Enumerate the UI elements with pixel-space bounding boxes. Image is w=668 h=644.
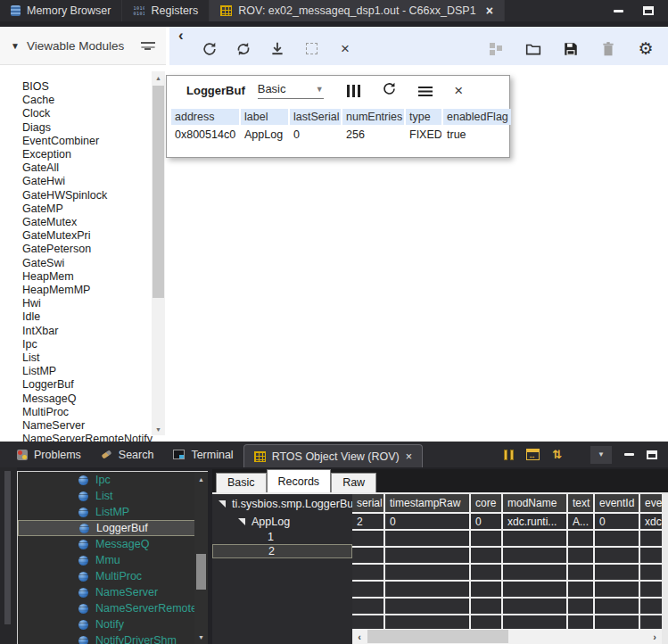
save-icon[interactable] <box>563 41 579 57</box>
module-list-item[interactable]: Cache <box>22 94 166 107</box>
module-list-item[interactable]: HeapMemMP <box>22 284 166 297</box>
expanded-arrow-icon[interactable] <box>219 500 226 508</box>
scrollbar-thumb[interactable] <box>153 86 164 298</box>
module-list-item[interactable]: ListMP <box>22 365 166 378</box>
record-column-header[interactable]: timestampRaw <box>385 494 469 512</box>
record-column-header[interactable]: serial <box>352 494 383 512</box>
chevron-down-icon[interactable]: ▼ <box>11 41 20 51</box>
module-list-item[interactable]: EventCombiner <box>22 135 166 148</box>
tab-raw[interactable]: Raw <box>331 473 376 492</box>
module-list-item[interactable]: GateHWSpinlock <box>22 189 166 202</box>
minimize-view-icon[interactable] <box>624 453 634 456</box>
module-list-item[interactable]: NameServer <box>22 419 166 433</box>
scroll-down-icon[interactable]: ▼ <box>152 423 165 435</box>
module-tree-item[interactable]: NameServerRemoteNotify <box>18 600 208 616</box>
view-selector-dropdown[interactable]: Basic ▼ <box>258 82 324 99</box>
module-list-item[interactable]: GateMP <box>22 202 166 216</box>
tab-basic[interactable]: Basic <box>216 473 267 492</box>
collapse-left-icon[interactable]: ‹ <box>178 27 184 45</box>
scrollbar-thumb[interactable] <box>196 554 206 590</box>
popup-column-header[interactable]: numEntries <box>342 109 404 125</box>
record-column-header[interactable]: text <box>568 494 593 512</box>
module-tree-item[interactable]: List <box>18 488 208 504</box>
record-tree-item[interactable]: 2 <box>212 544 352 558</box>
module-list-item[interactable]: GatePeterson <box>22 243 166 256</box>
module-tree-item[interactable]: LoggerBuf <box>18 520 208 536</box>
close-icon[interactable]: × <box>486 4 493 18</box>
columns-icon[interactable] <box>347 85 361 97</box>
popup-column-header[interactable]: type <box>406 109 441 125</box>
records-vscrollbar[interactable] <box>662 494 668 644</box>
refresh-icon[interactable] <box>202 41 218 57</box>
module-tree-item[interactable]: NameServer <box>18 584 208 600</box>
module-list-item[interactable]: IntXbar <box>22 325 166 338</box>
module-list-item[interactable]: Diags <box>22 121 166 135</box>
scroll-right-icon[interactable]: › <box>647 629 662 644</box>
filter-icon[interactable] <box>141 40 155 51</box>
tab-search[interactable]: Search <box>91 442 164 467</box>
module-list-item[interactable]: GateSwi <box>22 257 166 270</box>
close-icon[interactable]: × <box>454 82 463 100</box>
popup-column-header[interactable]: lastSerial <box>290 109 341 125</box>
close-icon[interactable]: × <box>406 450 412 463</box>
module-list-item[interactable]: LoggerBuf <box>22 378 166 392</box>
module-tree-item[interactable]: Notify <box>18 616 208 632</box>
record-column-header[interactable]: modName <box>503 494 566 512</box>
minimize-icon[interactable] <box>614 10 623 12</box>
tab-registers[interactable]: 10100101 Registers <box>122 0 210 21</box>
popup-column-header[interactable]: enabledFlag <box>443 109 511 125</box>
scroll-down-icon[interactable]: ▼ <box>194 631 208 643</box>
module-list-item[interactable]: Exception <box>22 148 166 161</box>
pause-icon[interactable] <box>504 450 514 460</box>
record-tree-item[interactable]: AppLog <box>212 513 352 530</box>
records-hscrollbar[interactable]: ‹ › <box>352 629 662 644</box>
tab-terminal[interactable]: Terminal <box>163 442 243 467</box>
tab-records[interactable]: Records <box>267 469 332 492</box>
module-list-item[interactable]: BIOS <box>22 80 166 94</box>
delete-icon[interactable] <box>600 41 616 57</box>
record-tree-item[interactable]: 1 <box>212 530 352 544</box>
module-list-item[interactable]: HeapMem <box>22 270 166 284</box>
settings-gear-icon[interactable]: ⚙ <box>638 41 654 57</box>
view-menu-dropdown-icon[interactable]: ▼ <box>590 446 612 464</box>
module-tree-item[interactable]: MultiProc <box>18 568 208 584</box>
module-list-item[interactable]: MessageQ <box>22 392 166 406</box>
tab-memory-browser[interactable]: Memory Browser <box>0 0 122 21</box>
open-folder-icon[interactable] <box>525 41 541 57</box>
module-list-item[interactable]: Idle <box>22 310 166 324</box>
record-row[interactable]: 200xdc.runti...A...0xdc <box>352 514 662 529</box>
viewable-modules-label[interactable]: Viewable Modules <box>27 39 124 53</box>
download-icon[interactable] <box>269 41 285 57</box>
auto-refresh-icon[interactable]: ⇅ <box>552 448 562 461</box>
module-list-item[interactable]: Clock <box>22 107 166 120</box>
layout-icon[interactable] <box>488 41 504 57</box>
module-list-item[interactable]: MultiProc <box>22 406 166 419</box>
tab-problems[interactable]: Problems <box>7 442 91 467</box>
module-list-item[interactable]: GateMutex <box>22 216 166 229</box>
menu-icon[interactable] <box>418 86 433 96</box>
module-list-item[interactable]: GateMutexPri <box>22 229 166 243</box>
popup-column-header[interactable]: address <box>171 109 239 125</box>
module-list-item[interactable]: Ipc <box>22 338 166 351</box>
tab-rov-editor[interactable]: ROV: ex02_messageq_dsp1.out - C66xx_DSP1… <box>210 0 505 21</box>
module-list-item[interactable]: GateAll <box>22 161 166 175</box>
module-tree-item[interactable]: NotifyDriverShm <box>18 632 208 644</box>
module-tree-item[interactable]: Ipc <box>18 472 208 488</box>
scroll-up-icon[interactable]: ▲ <box>194 473 208 485</box>
module-list-item[interactable]: GateHwi <box>22 175 166 188</box>
maximize-view-icon[interactable] <box>647 450 657 459</box>
module-tree-item[interactable]: ListMP <box>18 504 208 520</box>
record-column-header[interactable]: eventId <box>595 494 639 512</box>
scrollbar-thumb[interactable] <box>367 630 508 643</box>
module-list-item[interactable]: List <box>22 351 166 365</box>
module-list-item[interactable]: Hwi <box>22 297 166 310</box>
tab-rtos-object-view[interactable]: RTOS Object View (ROV) × <box>243 444 423 467</box>
scroll-up-icon[interactable]: ▲ <box>152 71 165 84</box>
sync-icon[interactable] <box>235 41 252 57</box>
region-select-icon[interactable] <box>303 41 319 57</box>
record-column-header[interactable]: core <box>471 494 501 512</box>
loggerbuf-table-row[interactable]: 0x800514c0AppLog0256FIXEDtrue <box>171 125 509 143</box>
expanded-arrow-icon[interactable] <box>238 518 245 525</box>
module-list-item[interactable]: NameServerRemoteNotify <box>22 433 166 442</box>
record-column-header[interactable]: eve <box>640 494 662 512</box>
